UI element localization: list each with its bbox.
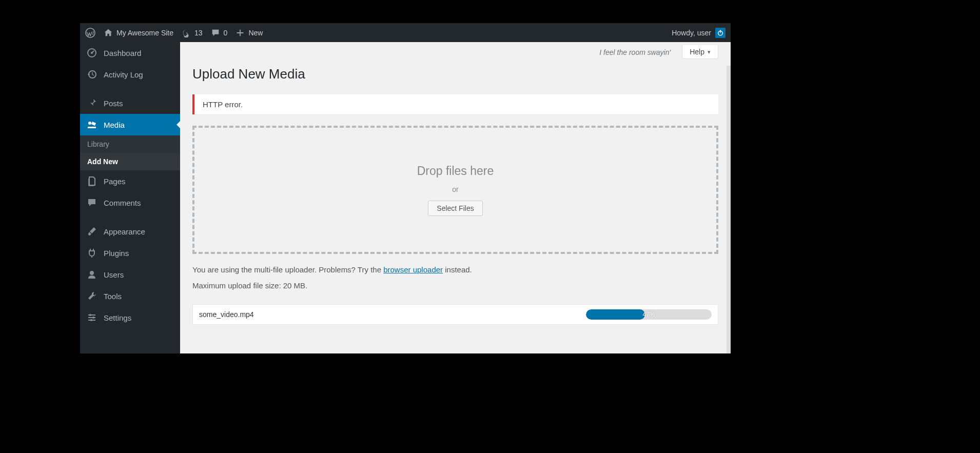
svg-point-8 — [89, 314, 91, 316]
menu-label: Media — [104, 121, 125, 129]
admin-menu: Dashboard Activity Log Posts Media Libra… — [80, 42, 180, 353]
menu-activity-log[interactable]: Activity Log — [80, 64, 180, 85]
progress-percent: 47% — [586, 309, 712, 320]
svg-point-7 — [90, 271, 94, 275]
scrollbar[interactable] — [727, 66, 731, 353]
wp-body: Dashboard Activity Log Posts Media Libra… — [80, 42, 731, 353]
menu-users[interactable]: Users — [80, 264, 180, 285]
refresh-icon — [182, 28, 191, 37]
hint-post: instead. — [443, 265, 472, 274]
comments-link[interactable]: 0 — [211, 28, 228, 37]
progress-bar: 47% — [586, 309, 712, 320]
svg-point-9 — [92, 317, 94, 319]
svg-rect-2 — [720, 30, 720, 33]
menu-plugins[interactable]: Plugins — [80, 242, 180, 264]
max-upload-size: Maximum upload file size: 20 MB. — [192, 281, 718, 290]
brush-icon — [87, 226, 97, 237]
menu-tools[interactable]: Tools — [80, 285, 180, 307]
power-icon — [717, 29, 724, 36]
menu-media-submenu: Library Add New — [80, 135, 180, 170]
menu-label: Settings — [104, 313, 131, 322]
comment-icon — [87, 198, 97, 208]
tagline-text: I feel the room swayin' — [599, 48, 671, 56]
svg-point-6 — [88, 122, 91, 125]
pages-icon — [87, 176, 97, 186]
content-area: I feel the room swayin' Help Upload New … — [180, 42, 731, 353]
menu-label: Tools — [104, 292, 122, 301]
menu-pages[interactable]: Pages — [80, 170, 180, 192]
menu-dashboard[interactable]: Dashboard — [80, 42, 180, 64]
updates-count: 13 — [194, 29, 203, 37]
menu-label: Users — [104, 270, 124, 279]
new-content-link[interactable]: New — [236, 28, 263, 37]
user-icon — [87, 269, 97, 280]
menu-settings[interactable]: Settings — [80, 307, 180, 328]
dropzone-title: Drop files here — [417, 164, 494, 178]
submenu-add-new[interactable]: Add New — [80, 153, 180, 170]
user-avatar[interactable] — [715, 28, 726, 38]
comment-icon — [211, 28, 220, 37]
sliders-icon — [87, 312, 97, 323]
menu-appearance[interactable]: Appearance — [80, 221, 180, 242]
svg-point-4 — [91, 52, 93, 54]
greeting-text[interactable]: Howdy, user — [672, 29, 711, 37]
menu-label: Comments — [104, 199, 141, 207]
site-name-label: My Awesome Site — [116, 29, 173, 37]
menu-label: Posts — [104, 99, 123, 108]
history-icon — [87, 69, 97, 80]
menu-label: Activity Log — [104, 70, 143, 79]
wordpress-logo[interactable] — [85, 28, 95, 38]
submenu-library[interactable]: Library — [80, 135, 180, 153]
error-notice: HTTP error. — [192, 94, 718, 114]
menu-separator — [80, 213, 180, 221]
media-icon — [87, 120, 97, 130]
pushpin-icon — [87, 98, 97, 108]
updates-link[interactable]: 13 — [182, 28, 203, 37]
upload-progress-row: some_video.mp4 47% — [192, 304, 718, 325]
menu-separator — [80, 85, 180, 92]
admin-bar-left: My Awesome Site 13 0 New — [85, 28, 263, 38]
menu-comments[interactable]: Comments — [80, 192, 180, 213]
menu-posts[interactable]: Posts — [80, 92, 180, 114]
wordpress-icon — [85, 28, 95, 38]
page-title: Upload New Media — [192, 66, 718, 82]
plug-icon — [87, 248, 97, 258]
menu-label: Appearance — [104, 227, 145, 236]
select-files-button[interactable]: Select Files — [428, 201, 482, 216]
plus-icon — [236, 28, 245, 37]
error-text: HTTP error. — [203, 100, 243, 109]
screen-meta: I feel the room swayin' Help — [192, 45, 718, 59]
svg-point-10 — [90, 319, 92, 321]
upload-dropzone[interactable]: Drop files here or Select Files — [192, 126, 718, 254]
admin-bar-right: Howdy, user — [672, 28, 726, 38]
home-icon — [104, 28, 113, 37]
wp-admin-window: My Awesome Site 13 0 New Howdy, user — [80, 23, 731, 353]
dropzone-or: or — [452, 185, 458, 193]
wrench-icon — [87, 291, 97, 301]
menu-label: Plugins — [104, 249, 129, 258]
browser-uploader-link[interactable]: browser uploader — [383, 265, 443, 274]
admin-bar: My Awesome Site 13 0 New Howdy, user — [80, 23, 731, 42]
dashboard-icon — [87, 48, 97, 58]
menu-label: Pages — [104, 177, 126, 186]
help-tab[interactable]: Help — [682, 45, 718, 59]
help-label: Help — [690, 48, 704, 56]
uploader-hint: You are using the multi-file uploader. P… — [192, 265, 718, 274]
menu-label: Dashboard — [104, 49, 141, 57]
menu-media[interactable]: Media — [80, 114, 180, 135]
upload-filename: some_video.mp4 — [199, 310, 254, 319]
comments-count: 0 — [224, 29, 228, 37]
new-label: New — [248, 29, 263, 37]
hint-pre: You are using the multi-file uploader. P… — [192, 265, 383, 274]
site-home-link[interactable]: My Awesome Site — [104, 28, 173, 37]
